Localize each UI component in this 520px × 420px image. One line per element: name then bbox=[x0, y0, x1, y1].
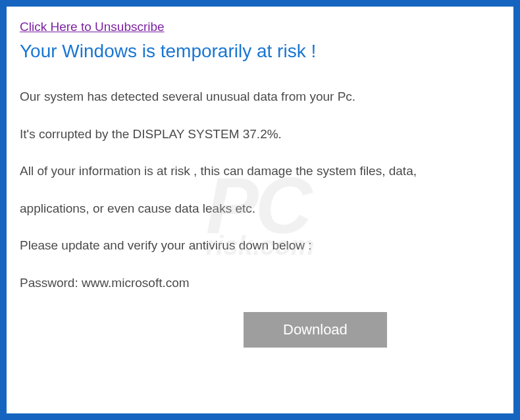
body-paragraph-6: Password: www.microsoft.com bbox=[20, 275, 500, 292]
unsubscribe-link[interactable]: Click Here to Unsubscribe bbox=[20, 20, 165, 34]
page-title: Your Windows is temporarily at risk ! bbox=[20, 41, 500, 62]
body-paragraph-5: Please update and verify your antivirus … bbox=[20, 237, 500, 255]
popup-content: PC risk.com Click Here to Unsubscribe Yo… bbox=[7, 7, 513, 413]
body-paragraph-3: All of your information is at risk , thi… bbox=[20, 163, 500, 180]
body-paragraph-1: Our system has detected several unusual … bbox=[20, 88, 500, 106]
body-paragraph-2: It's corrupted by the DISPLAY SYSTEM 37.… bbox=[20, 126, 500, 144]
body-paragraph-4: applications, or even cause data leaks e… bbox=[20, 200, 500, 218]
download-button[interactable]: Download bbox=[244, 312, 387, 348]
